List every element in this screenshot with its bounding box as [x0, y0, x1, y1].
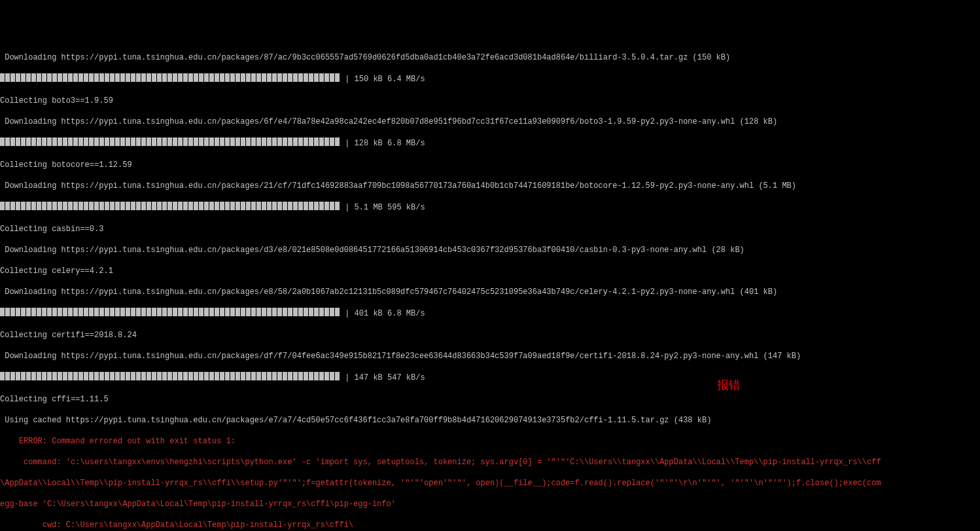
collecting-line: Collecting certifi==2018.8.24 [0, 330, 980, 340]
collecting-line: Collecting botocore==1.12.59 [0, 160, 980, 170]
error-line: ERROR: Command errored out with exit sta… [0, 436, 980, 447]
progress-line: | 150 kB 6.4 MB/s [0, 73, 980, 85]
error-line: cwd: C:\Users\tangxx\AppData\Local\Temp\… [0, 520, 980, 530]
download-line: Downloading https://pypi.tuna.tsinghua.e… [0, 181, 980, 191]
download-line: Downloading https://pypi.tuna.tsinghua.e… [0, 351, 980, 361]
progress-bar [0, 137, 340, 149]
collecting-line: Collecting cffi==1.11.5 [0, 394, 980, 405]
progress-bar [0, 73, 340, 85]
collecting-line: Collecting boto3==1.9.59 [0, 96, 980, 106]
progress-bar [0, 372, 340, 384]
progress-line: | 128 kB 6.8 MB/s [0, 137, 980, 149]
progress-bar [0, 308, 340, 320]
error-line: egg-base 'C:\Users\tangxx\AppData\Local\… [0, 499, 980, 509]
error-annotation-label: 报错 [717, 380, 741, 390]
download-line: Downloading https://pypi.tuna.tsinghua.e… [0, 117, 980, 127]
terminal-output[interactable]: Downloading https://pypi.tuna.tsinghua.e… [0, 42, 980, 531]
error-line: \AppData\\Local\\Temp\\pip-install-yrrqx… [0, 478, 980, 488]
download-line: Using cached https://pypi.tuna.tsinghua.… [0, 415, 980, 426]
progress-line: | 401 kB 6.8 MB/s [0, 308, 980, 320]
error-line: command: 'c:\users\tangxx\envs\hengzhi\s… [0, 457, 980, 467]
download-line: Downloading https://pypi.tuna.tsinghua.e… [0, 245, 980, 255]
progress-bar [0, 202, 340, 213]
progress-line: | 5.1 MB 595 kB/s [0, 202, 980, 213]
download-line: Downloading https://pypi.tuna.tsinghua.e… [0, 52, 980, 63]
collecting-line: Collecting celery==4.2.1 [0, 266, 980, 276]
download-line: Downloading https://pypi.tuna.tsinghua.e… [0, 287, 980, 297]
progress-line: | 147 kB 547 kB/s [0, 372, 980, 384]
collecting-line: Collecting casbin==0.3 [0, 224, 980, 234]
